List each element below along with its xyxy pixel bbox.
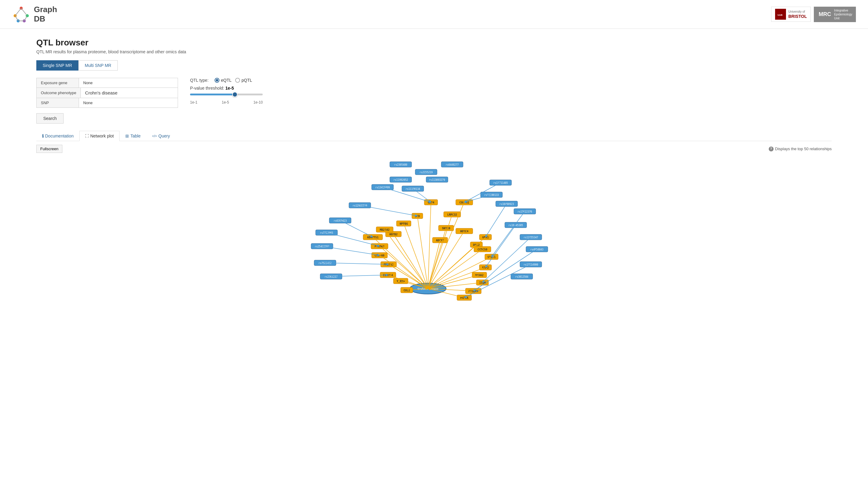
tab-query[interactable]: </> Query <box>146 131 176 141</box>
svg-text:HOXC4: HOXC4 <box>460 230 468 233</box>
partner-logos: UoB University of BRISTOL MRC Integrativ… <box>771 7 856 22</box>
table-icon: ⊞ <box>125 134 129 138</box>
tab-query-label: Query <box>158 134 170 138</box>
svg-text:rs6448277: rs6448277 <box>446 164 459 166</box>
network-container: Crohn's disease rs2305480 rs6448277 rs21… <box>36 155 832 313</box>
snp-value[interactable]: None <box>79 98 176 108</box>
outcome-phenotype-value[interactable]: Crohn's disease <box>81 88 178 98</box>
svg-text:rs2155219: rs2155219 <box>419 171 433 174</box>
eqtl-option[interactable]: eQTL <box>214 78 231 83</box>
snp-node-rs6448277[interactable]: rs6448277 <box>441 162 463 167</box>
slider-min-label: 1e-1 <box>190 100 197 105</box>
eqtl-label: eQTL <box>221 78 231 83</box>
bristol-text: University of BRISTOL <box>788 10 807 19</box>
svg-text:rs6399423: rs6399423 <box>334 219 347 222</box>
page-subtitle: QTL MR results for plasma proteome, bloo… <box>36 49 832 54</box>
svg-line-6 <box>21 8 27 16</box>
page-title: QTL browser <box>36 38 832 48</box>
info-icon: ℹ <box>42 134 44 138</box>
exposure-gene-row: Exposure gene None <box>36 78 178 88</box>
svg-line-5 <box>15 8 21 16</box>
svg-text:rs113893279: rs113893279 <box>429 179 445 181</box>
svg-line-8 <box>24 16 27 21</box>
mode-tabs: Single SNP MR Multi SNP MR <box>36 60 832 71</box>
svg-text:rs11955347: rs11955347 <box>524 236 538 239</box>
svg-text:rs11711485: rs11711485 <box>493 182 508 184</box>
outcome-phenotype-row: Outcome phenotype Crohn's disease <box>36 88 178 98</box>
exposure-gene-value[interactable]: None <box>79 78 176 88</box>
top-info-icon: ? <box>769 146 774 151</box>
snp-node-rs11992052[interactable]: rs11992052 <box>390 177 412 182</box>
slider-max-label: 1e-10 <box>253 100 263 105</box>
svg-text:CCDC50: CCDC50 <box>478 248 487 251</box>
svg-line-7 <box>15 16 18 21</box>
tab-multi-snp[interactable]: Multi SNP MR <box>78 60 118 71</box>
svg-line-125 <box>464 264 531 298</box>
svg-text:rs11992052: rs11992052 <box>393 179 408 181</box>
snp-node-rs2155219[interactable]: rs2155219 <box>415 169 437 175</box>
svg-text:rs3812584: rs3812584 <box>515 276 528 278</box>
svg-text:rs2364287: rs2364287 <box>324 276 338 278</box>
pqtl-option[interactable]: pQTL <box>235 78 252 83</box>
snp-node-rs113893279[interactable]: rs113893279 <box>426 177 448 182</box>
mrc-logo: MRC Integrative Epidemiology Unit <box>814 7 856 22</box>
svg-line-126 <box>428 202 431 289</box>
svg-text:rs12946510: rs12946510 <box>353 204 367 207</box>
svg-line-119 <box>464 195 492 202</box>
tab-network-plot[interactable]: ⛶ Network plot <box>79 131 119 141</box>
eqtl-radio[interactable] <box>214 78 220 83</box>
pvalue-label: P-value threshold: 1e-5 <box>190 86 263 91</box>
svg-text:rs17622376: rs17622376 <box>517 211 532 213</box>
tab-single-snp[interactable]: Single SNP MR <box>36 60 78 71</box>
svg-text:rs7522452: rs7522452 <box>318 262 332 265</box>
mrc-text: Integrative Epidemiology Unit <box>834 9 852 20</box>
svg-line-133 <box>428 228 446 289</box>
pqtl-radio[interactable] <box>235 78 240 83</box>
top-info: ? Displays the top 50 relationships <box>769 146 832 151</box>
bristol-logo: UoB University of BRISTOL <box>771 7 811 22</box>
main-content: QTL browser QTL MR results for plasma pr… <box>0 29 868 322</box>
form-fields: Exposure gene None Outcome phenotype Cro… <box>36 78 178 108</box>
svg-text:rs10445305: rs10445305 <box>509 224 523 227</box>
pvalue-slider[interactable] <box>190 92 263 97</box>
logo-area: Graph DB <box>12 5 57 24</box>
qtl-type-label: QTL type: <box>190 78 209 83</box>
svg-line-113 <box>340 220 373 237</box>
svg-text:rs11190134: rs11190134 <box>405 188 420 190</box>
qtl-options: QTL type: eQTL pQTL P-value threshold: 1… <box>190 78 263 105</box>
search-button[interactable]: Search <box>36 113 64 124</box>
tab-network-plot-label: Network plot <box>90 134 114 138</box>
mrc-badge: MRC <box>818 11 832 18</box>
pvalue-value: 1e-5 <box>225 86 234 91</box>
result-tabs: ℹ Documentation ⛶ Network plot ⊞ Table <… <box>36 131 832 141</box>
snp-label: SNP <box>37 98 79 108</box>
svg-text:PRSS33: PRSS33 <box>384 263 394 266</box>
svg-text:rs4958843: rs4958843 <box>530 248 544 251</box>
svg-text:N4HA2: N4HA2 <box>475 274 483 277</box>
svg-text:rs12514900: rs12514900 <box>524 263 538 266</box>
exposure-gene-label: Exposure gene <box>37 78 79 88</box>
network-icon: ⛶ <box>85 134 89 138</box>
pqtl-label: pQTL <box>242 78 252 83</box>
slider-track <box>190 94 263 95</box>
svg-line-121 <box>492 211 525 257</box>
svg-text:rs25493992: rs25493992 <box>315 245 329 248</box>
slider-labels: 1e-1 1e-5 1e-10 <box>190 100 263 105</box>
snp-node-rs2305480[interactable]: rs2305480 <box>390 162 412 167</box>
network-plot-svg: Crohn's disease rs2305480 rs6448277 rs21… <box>36 155 832 313</box>
outcome-phenotype-label: Outcome phenotype <box>37 88 81 98</box>
snp-node-rs3812584[interactable]: rs3812584 <box>511 274 533 279</box>
slider-thumb[interactable] <box>232 92 238 97</box>
tab-table[interactable]: ⊞ Table <box>119 131 146 141</box>
pvalue-row: P-value threshold: 1e-5 1e-1 1e-5 1e-10 <box>190 86 263 105</box>
svg-text:CUL2: CUL2 <box>403 289 410 292</box>
svg-text:UoB: UoB <box>777 14 783 16</box>
svg-line-129 <box>417 216 428 289</box>
fullscreen-button[interactable]: Fullscreen <box>36 145 62 153</box>
svg-text:rs2305480: rs2305480 <box>394 164 407 166</box>
network-toolbar: Fullscreen ? Displays the top 50 relatio… <box>36 145 832 153</box>
tab-documentation[interactable]: ℹ Documentation <box>36 131 79 141</box>
search-form-area: Exposure gene None Outcome phenotype Cro… <box>36 78 832 124</box>
qtl-type-row: QTL type: eQTL pQTL <box>190 78 263 83</box>
logo-icon <box>12 5 30 23</box>
